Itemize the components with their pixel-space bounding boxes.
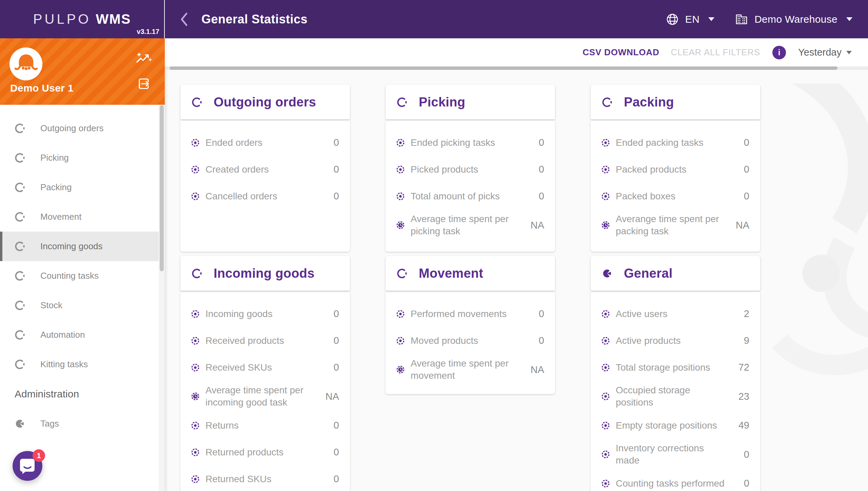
dot-icon: [601, 192, 610, 201]
stat-value: 0: [317, 164, 339, 175]
stat-value: 2: [727, 308, 749, 319]
pulpo-wms-logo: PULPO WMS: [33, 12, 131, 27]
filters-toolbar: CSV DOWNLOAD CLEAR ALL FILTERS i Yesterd…: [165, 38, 868, 66]
sidebar-item-kitting-tasks[interactable]: Kitting tasks: [0, 350, 165, 379]
card-title: General: [624, 266, 673, 281]
sidebar-item-label: Stock: [40, 300, 62, 311]
stat-row-average-time-spent-per-incoming-good-task: Average time spent per incoming good tas…: [180, 381, 350, 412]
sidebar-item-picking[interactable]: Picking: [0, 143, 165, 173]
clock-icon: [396, 365, 405, 374]
language-selector[interactable]: EN: [666, 13, 714, 26]
clock-icon: [601, 220, 610, 230]
ring-icon: [15, 359, 25, 370]
chat-bubble-icon: [19, 457, 36, 475]
stat-value: 0: [727, 449, 749, 460]
stats-card-header: Picking: [386, 85, 555, 119]
card-title: Movement: [419, 266, 483, 281]
dot-icon: [396, 165, 405, 174]
logout-icon[interactable]: [137, 77, 151, 91]
dot-icon: [191, 138, 200, 148]
sidebar-item-tags[interactable]: Tags: [0, 409, 165, 438]
stats-card-body: Performed movements 0 Moved products 0 A…: [386, 292, 555, 394]
stats-card-body: Ended picking tasks 0 Picked products 0 …: [386, 120, 555, 252]
dot-icon: [601, 138, 610, 148]
ring-icon: [397, 97, 407, 107]
stat-label: Counting tasks performed: [616, 474, 727, 491]
stat-row-counting-tasks-performed: Counting tasks performed 0: [591, 470, 760, 491]
period-selector[interactable]: Yesterday: [798, 47, 852, 58]
ring-icon: [15, 153, 25, 163]
stat-value: 0: [317, 420, 339, 431]
stat-value: 0: [522, 335, 544, 346]
avatar: [9, 47, 42, 80]
period-label: Yesterday: [798, 47, 842, 58]
dot-icon: [396, 138, 405, 148]
dot-icon: [396, 192, 405, 201]
pie-icon: [15, 418, 25, 429]
sidebar-item-movement[interactable]: Movement: [0, 202, 165, 232]
csv-download-button[interactable]: CSV DOWNLOAD: [583, 47, 659, 58]
card-general: General Active users 2 Active products 9…: [591, 256, 760, 491]
stat-value: 0: [317, 308, 339, 319]
statistics-icon[interactable]: [136, 52, 152, 65]
sidebar-item-incoming-goods[interactable]: Incoming goods: [0, 232, 165, 261]
stat-row-created-orders: Created orders 0: [180, 156, 350, 183]
stat-value: NA: [317, 391, 339, 402]
sidebar-item-automation[interactable]: Automation: [0, 320, 165, 350]
stat-value: 0: [522, 164, 544, 175]
dot-icon: [191, 421, 200, 430]
sidebar-item-counting-tasks[interactable]: Counting tasks: [0, 261, 165, 291]
stat-row-cancelled-orders: Cancelled orders 0: [180, 183, 350, 210]
clear-all-filters-button[interactable]: CLEAR ALL FILTERS: [671, 47, 760, 58]
sidebar-item-packing[interactable]: Packing: [0, 173, 165, 202]
stat-row-total-storage-positions: Total storage positions 72: [591, 354, 760, 381]
dot-icon: [191, 336, 200, 346]
card-outgoing-orders: Outgoing orders Ended orders 0 Created o…: [180, 85, 350, 252]
stat-row-packed-products: Packed products 0: [591, 156, 760, 183]
dot-icon: [191, 474, 200, 484]
sidebar-item-label: Tags: [40, 418, 59, 429]
stat-row-empty-storage-positions: Empty storage positions 49: [591, 412, 760, 439]
dot-icon: [601, 450, 610, 459]
dot-icon: [601, 309, 610, 319]
stat-value: 0: [317, 473, 339, 485]
sidebar-item-label: Outgoing orders: [40, 123, 103, 134]
card-title: Picking: [419, 95, 465, 110]
dot-icon: [396, 309, 405, 319]
ring-icon: [397, 268, 407, 279]
sidebar-item-outgoing-orders[interactable]: Outgoing orders: [0, 114, 165, 143]
ring-icon: [15, 212, 25, 222]
cards-grid: Outgoing orders Ended orders 0 Created o…: [180, 85, 760, 491]
stat-label: Received SKUs: [205, 358, 317, 377]
stats-card-header: Outgoing orders: [180, 85, 350, 119]
sidebar-item-stock[interactable]: Stock: [0, 291, 165, 320]
sidebar-scrollbar-thumb[interactable]: [160, 105, 164, 271]
sidebar-section-administration: Administration: [0, 379, 165, 409]
logo-text-light: PULPO: [33, 12, 91, 27]
horizontal-scrollbar-thumb[interactable]: [170, 66, 837, 70]
stat-row-returned-skus: Returned SKUs 0: [180, 466, 350, 491]
ring-icon: [15, 123, 25, 134]
stat-label: Packed boxes: [616, 187, 727, 206]
stat-label: Average time spent per incoming good tas…: [205, 381, 317, 412]
user-name: Demo User 1: [10, 82, 74, 94]
header-controls: EN Demo Warehouse: [666, 0, 868, 38]
stat-label: Moved products: [411, 331, 522, 350]
stat-row-returns: Returns 0: [180, 412, 350, 439]
info-icon[interactable]: i: [772, 46, 786, 59]
page-header: General Statistics: [165, 0, 666, 38]
stat-label: Cancelled orders: [205, 187, 317, 206]
back-chevron-icon[interactable]: [180, 12, 189, 27]
warehouse-building-icon: [735, 13, 748, 26]
warehouse-selector[interactable]: Demo Warehouse: [735, 13, 852, 26]
ring-icon: [602, 97, 612, 107]
card-packing: Packing Ended packing tasks 0 Packed pro…: [591, 85, 760, 252]
sidebar-menu-main: Outgoing orders Picking Packing Movement…: [0, 105, 165, 379]
dot-icon: [601, 363, 610, 372]
ring-icon: [15, 182, 25, 193]
stat-row-averange-time-spent-per-packing-task: Averange time spent per packing task NA: [591, 210, 760, 241]
sidebar-item-label: Counting tasks: [40, 271, 99, 281]
stat-label: Active users: [616, 305, 727, 323]
chat-launcher-button[interactable]: 1: [13, 451, 42, 481]
card-movement: Movement Performed movements 0 Moved pro…: [386, 256, 555, 394]
